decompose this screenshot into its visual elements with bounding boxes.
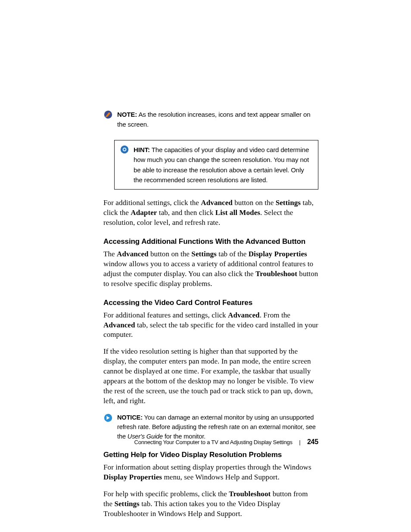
note-text: NOTE: As the resolution increases, icons…: [117, 110, 318, 129]
hint-callout-box: HINT: The capacities of your display and…: [114, 140, 318, 190]
notice-text: NOTICE: You can damage an external monit…: [117, 413, 318, 441]
notice-label: NOTICE:: [117, 414, 143, 421]
note-body: As the resolution increases, icons and t…: [117, 111, 311, 128]
paragraph-help-2: For help with specific problems, click t…: [103, 489, 318, 519]
page-number: 245: [307, 438, 318, 445]
paragraph-additional-settings: For additional settings, click the Advan…: [103, 198, 318, 228]
paragraph-advanced-button: The Advanced button on the Settings tab …: [103, 249, 318, 289]
heading-video-card: Accessing the Video Card Control Feature…: [103, 299, 318, 307]
hint-label: HINT:: [134, 146, 150, 153]
hint-body: The capacities of your display and video…: [134, 146, 309, 184]
hint-icon: [120, 145, 129, 154]
paragraph-video-card-1: For additional features and settings, cl…: [103, 311, 318, 340]
footer-title: Connecting Your Computer to a TV and Adj…: [134, 439, 293, 445]
page-footer: Connecting Your Computer to a TV and Adj…: [134, 438, 318, 446]
footer-separator: |: [299, 439, 300, 445]
paragraph-pan-mode: If the video resolution setting is highe…: [103, 347, 318, 406]
svg-point-3: [124, 149, 125, 150]
hint-text: HINT: The capacities of your display and…: [134, 145, 310, 185]
notice-callout: NOTICE: You can damage an external monit…: [103, 413, 318, 441]
heading-advanced-button: Accessing Additional Functions With the …: [103, 237, 318, 246]
note-label: NOTE:: [117, 111, 137, 118]
note-icon: [103, 110, 113, 119]
note-callout: NOTE: As the resolution increases, icons…: [103, 110, 318, 129]
paragraph-help-1: For information about setting display pr…: [103, 463, 318, 482]
notice-icon: [103, 413, 113, 423]
heading-getting-help: Getting Help for Video Display Resolutio…: [103, 451, 318, 459]
